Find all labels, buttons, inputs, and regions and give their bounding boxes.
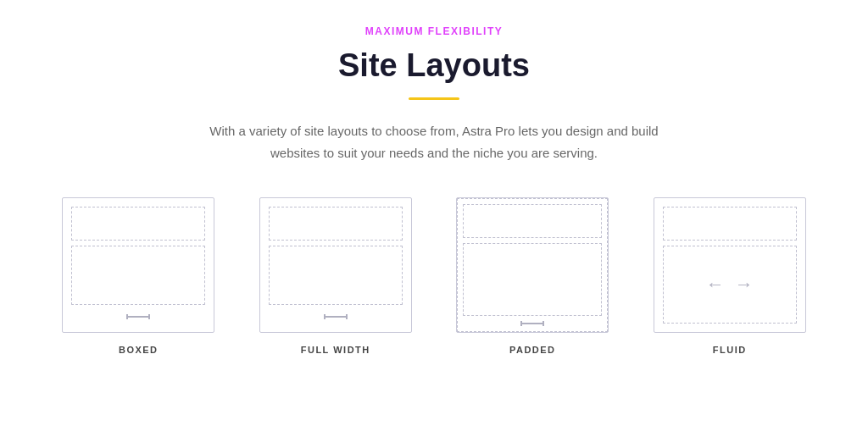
fluid-content: ← → [663, 246, 797, 324]
section-label: MAXIMUM FLEXIBILITY [365, 25, 504, 37]
section-divider [409, 97, 459, 100]
full-header [269, 207, 403, 241]
boxed-header [71, 207, 205, 241]
layout-label-fluid: FLUID [713, 345, 747, 355]
layout-diagram-boxed [62, 197, 214, 333]
layout-label-boxed: BOXED [119, 345, 159, 355]
full-footer [295, 310, 376, 324]
layout-item-padded: PADDED [447, 197, 619, 355]
boxed-content [71, 246, 205, 305]
padded-header [463, 204, 602, 238]
section-description: With a variety of site layouts to choose… [197, 120, 671, 163]
fluid-arrow-icon: ← → [664, 274, 796, 296]
layout-item-boxed: BOXED [53, 197, 225, 355]
layout-diagram-full-width [259, 197, 412, 333]
layout-diagram-fluid: ← → [654, 197, 806, 333]
layout-item-fluid: ← → FLUID [644, 197, 816, 355]
bracket-icon [126, 316, 150, 318]
fluid-header [663, 207, 797, 241]
padded-footer [463, 321, 602, 326]
padded-content [463, 243, 602, 316]
bracket-icon-padded [520, 323, 544, 324]
layout-label-full-width: FULL WIDTH [301, 345, 370, 355]
layouts-row: BOXED FULL WIDTH PADDED [53, 197, 815, 355]
padded-outer [457, 198, 608, 332]
layout-item-full-width: FULL WIDTH [250, 197, 422, 355]
layout-label-padded: PADDED [509, 345, 556, 355]
bracket-icon-full [324, 316, 348, 318]
boxed-footer [98, 310, 179, 324]
section-title: Site Layouts [338, 47, 530, 84]
full-content [269, 246, 403, 305]
layout-diagram-padded [456, 197, 609, 333]
